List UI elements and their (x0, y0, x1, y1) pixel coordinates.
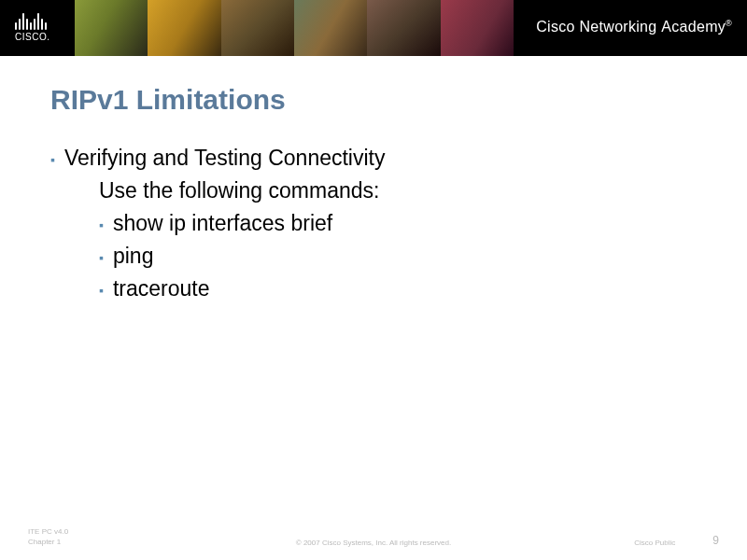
command-item: show ip interfaces brief (99, 211, 697, 236)
footer-public-label: Cisco Public (634, 539, 675, 547)
slide-title: RIPv1 Limitations (50, 84, 697, 116)
header-photo-strip (75, 0, 514, 56)
cisco-logo-text: CISCO. (15, 32, 49, 42)
page-number: 9 (712, 534, 719, 547)
slide-content: RIPv1 Limitations Verifying and Testing … (0, 56, 747, 301)
footer-right: Cisco Public 9 (634, 534, 719, 547)
footer-left: ITE PC v4.0 Chapter 1 (28, 527, 68, 547)
footer-copyright: © 2007 Cisco Systems, Inc. All rights re… (296, 539, 451, 547)
command-item: traceroute (99, 276, 697, 301)
command-item: ping (99, 244, 697, 269)
cisco-logo: CISCO. (15, 9, 49, 42)
sub-text: Use the following commands: (99, 178, 697, 203)
slide-footer: ITE PC v4.0 Chapter 1 © 2007 Cisco Syste… (0, 527, 747, 547)
academy-branding: Cisco Networking Academy® (536, 19, 732, 35)
cisco-logo-icon (15, 9, 49, 30)
header-band: CISCO. Cisco Networking Academy® (0, 0, 747, 56)
main-bullet: Verifying and Testing Connectivity (50, 146, 697, 171)
